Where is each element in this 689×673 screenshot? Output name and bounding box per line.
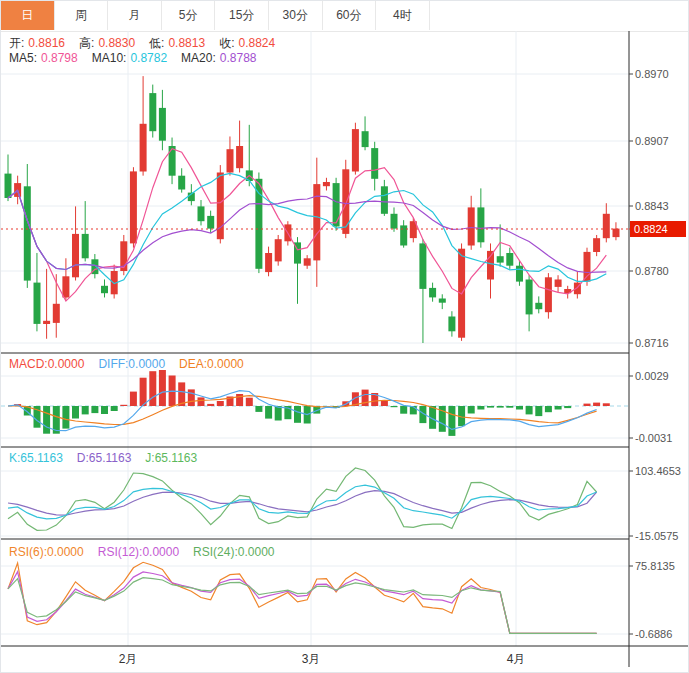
kdj-readout-row: K:65.1163D:65.1163J:65.1163 [9,451,211,465]
ma-readout-row: MA5:0.8798MA10:0.8782MA20:0.8788 [9,51,271,65]
y-axis-tick-label: -0.6886 [635,628,672,640]
readout-label: 高: [79,36,94,50]
indicator-readout: J:65.1163 [145,451,197,465]
readout-value: 0.8830 [98,36,135,50]
indicator-readout: MACD:0.0000 [9,357,84,371]
chart-canvas[interactable] [1,1,689,673]
y-axis-tick-label: 0.8907 [635,135,669,147]
ohlc-readout-row: 开:0.8816高:0.8830低:0.8813收:0.8824 [9,35,289,52]
readout-value: 0.8816 [28,36,65,50]
indicator-readout: D:65.1163 [77,451,132,465]
indicator-readout: DEA:0.0000 [179,357,244,371]
x-axis-month-label: 4月 [507,651,526,668]
trading-chart-app: 日周月5分15分30分60分4时 开:0.8816高:0.8830低:0.881… [0,0,689,673]
readout-label: MA20: [181,51,216,65]
y-axis-tick-label: 75.8135 [635,560,675,572]
indicator-readout: RSI(24):0.0000 [193,545,274,559]
indicator-readout: RSI(6):0.0000 [9,545,84,559]
readout-value: 0.8782 [130,51,167,65]
x-axis-month-label: 2月 [119,651,138,668]
y-axis-tick-label: 0.8716 [635,337,669,349]
readout-label: MA10: [92,51,127,65]
readout-value: 0.8798 [41,51,78,65]
indicator-readout: RSI(12):0.0000 [98,545,179,559]
readout-label: 收: [219,36,234,50]
indicator-readout: K:65.1163 [9,451,63,465]
readout-label: 开: [9,36,24,50]
readout-label: 低: [149,36,164,50]
y-axis-tick-label: 0.0029 [635,370,669,382]
indicator-readout: DIFF:0.0000 [98,357,165,371]
current-price-tag: 0.8824 [630,221,686,237]
macd-readout-row: MACD:0.0000DIFF:0.0000DEA:0.0000 [9,357,258,371]
readout-value: 0.8824 [238,36,275,50]
readout-value: 0.8788 [220,51,257,65]
y-axis-tick-label: 0.8843 [635,200,669,212]
y-axis-tick-label: -15.0575 [635,530,678,542]
readout-label: MA5: [9,51,37,65]
y-axis-tick-label: 0.8970 [635,68,669,80]
y-axis-tick-label: 0.8780 [635,265,669,277]
rsi-readout-row: RSI(6):0.0000RSI(12):0.0000RSI(24):0.000… [9,545,289,559]
y-axis-tick-label: -0.0031 [635,432,672,444]
y-axis-tick-label: 103.4653 [635,465,681,477]
x-axis-month-label: 3月 [302,651,321,668]
readout-value: 0.8813 [168,36,205,50]
